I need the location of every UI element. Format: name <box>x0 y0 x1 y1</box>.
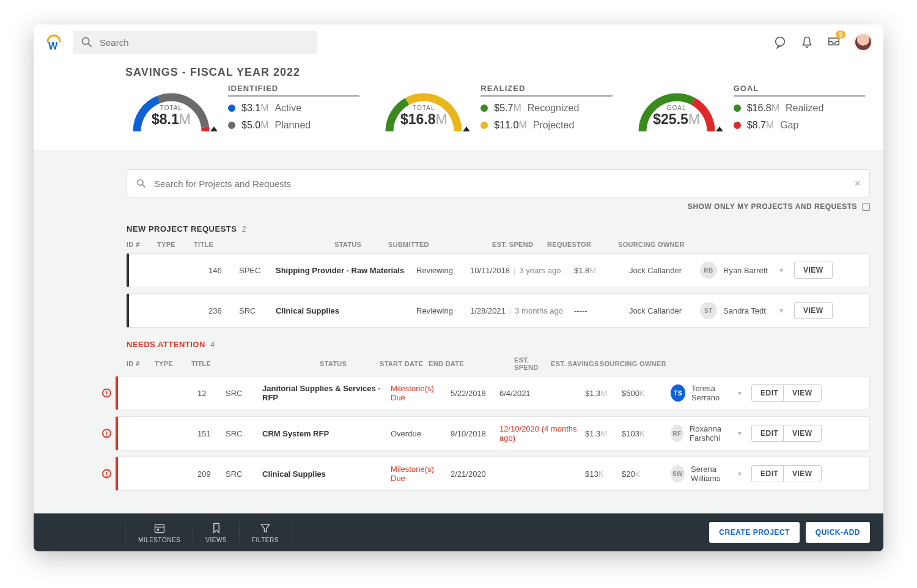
gauge-center-label: TOTAL <box>125 105 217 111</box>
svg-point-3 <box>776 37 785 46</box>
attention-header-row: ID # TYPE TITLE STATUS START DATE END DA… <box>116 356 870 376</box>
row-spend: $1.3M <box>585 429 622 438</box>
row-title: Clinical Supplies <box>276 306 416 315</box>
legend-label: Recognized <box>528 103 580 114</box>
show-only-my-projects-toggle[interactable]: SHOW ONLY MY PROJECTS AND REQUESTS <box>127 202 870 211</box>
row-title: CRM System RFP <box>262 429 391 438</box>
row-savings: $20K <box>622 469 671 479</box>
view-button[interactable]: VIEW <box>783 465 822 482</box>
row-savings: $500K <box>622 389 671 398</box>
checkbox-icon[interactable] <box>862 203 870 211</box>
global-search[interactable] <box>73 31 317 54</box>
avatar-chip: RF <box>671 425 683 442</box>
legend-label: Planned <box>274 120 311 131</box>
legend-label: Gap <box>780 120 798 131</box>
request-row[interactable]: 236 SRC Clinical Supplies Reviewing 1/28… <box>127 293 870 328</box>
row-end-date: 6/4/2021 <box>499 389 585 398</box>
view-button[interactable]: VIEW <box>783 425 822 442</box>
search-icon <box>136 178 147 189</box>
savings-gauges: TOTAL $8.1M IDENTIFIED $3.1M Active $5.0… <box>34 81 883 151</box>
row-spend: ----- <box>574 306 629 315</box>
svg-rect-11 <box>157 528 158 530</box>
gauge-center-value: $16.8M <box>378 111 470 128</box>
quick-add-button[interactable]: QUICK-ADD <box>806 522 870 543</box>
create-project-button[interactable]: CREATE PROJECT <box>709 522 799 543</box>
footer-tab-label: FILTERS <box>252 537 279 543</box>
gauge-legend: GOAL $16.8M Realized $8.7M Gap <box>734 81 865 137</box>
gauge-legend: IDENTIFIED $3.1M Active $5.0M Planned <box>228 81 359 137</box>
row-start-date: 9/10/2018 <box>451 429 499 438</box>
footer-bar: MILESTONES VIEWS FILTERS CREATE PROJECT … <box>34 513 883 551</box>
alert-icon: ! <box>102 429 111 438</box>
legend-value: $3.1M <box>241 103 268 114</box>
legend-label: Projected <box>533 120 575 131</box>
view-button[interactable]: VIEW <box>794 302 833 319</box>
global-search-input[interactable] <box>100 37 310 48</box>
chevron-down-icon[interactable]: ▾ <box>738 469 751 478</box>
row-owner: ST Sandra Tedt <box>700 302 779 319</box>
main-content: × SHOW ONLY MY PROJECTS AND REQUESTS NEW… <box>34 151 883 551</box>
view-button[interactable]: VIEW <box>783 384 822 402</box>
requests-header-row: ID # TYPE TITLE STATUS SUBMITTED EST. SP… <box>127 241 870 253</box>
edit-button[interactable]: EDIT <box>751 425 787 442</box>
workday-logo[interactable]: W <box>45 33 63 51</box>
chevron-down-icon[interactable]: ▾ <box>738 429 751 438</box>
row-title: Shipping Provider - Raw Materials <box>276 266 416 275</box>
edit-button[interactable]: EDIT <box>751 384 787 402</box>
gauge-chart: TOTAL $16.8M <box>378 81 470 139</box>
user-avatar[interactable] <box>854 33 872 51</box>
inbox-button[interactable]: 5 <box>827 34 841 50</box>
row-status: Overdue <box>391 429 451 438</box>
svg-text:W: W <box>48 41 58 51</box>
row-type: SRC <box>226 469 262 479</box>
gauge-center-value: $8.1M <box>125 111 217 128</box>
gauge-center-label: TOTAL <box>378 105 470 111</box>
page-title: SAVINGS - FISCAL YEAR 2022 <box>34 59 883 81</box>
chevron-down-icon[interactable]: ▾ <box>779 266 794 274</box>
project-search[interactable]: × <box>127 169 870 197</box>
row-type: SRC <box>226 389 262 398</box>
attention-row[interactable]: ! 209 SRC Clinical Supplies Milestone(s)… <box>116 457 870 491</box>
footer-tab-views[interactable]: VIEWS <box>193 522 240 543</box>
legend-value: $11.0M <box>494 120 526 131</box>
chevron-down-icon[interactable]: ▾ <box>738 389 751 397</box>
gauge-center-label: GOAL <box>631 105 723 111</box>
legend-dot-icon <box>734 122 741 129</box>
row-requestor: Jock Callander <box>629 306 700 315</box>
footer-tab-label: MILESTONES <box>138 537 180 543</box>
legend-dot-icon <box>481 122 488 129</box>
legend-title: GOAL <box>734 84 865 97</box>
gauge-legend: REALIZED $5.7M Recognized $11.0M Project… <box>481 81 612 137</box>
gauge-chart: TOTAL $8.1M <box>125 81 217 139</box>
clear-search-icon[interactable]: × <box>854 177 861 190</box>
request-row[interactable]: 146 SPEC Shipping Provider - Raw Materia… <box>127 253 870 287</box>
svg-line-8 <box>142 185 145 187</box>
row-spend: $1.8M <box>574 266 629 275</box>
footer-tab-milestones[interactable]: MILESTONES <box>125 522 193 543</box>
chat-icon[interactable] <box>773 35 787 49</box>
row-spend: $1.3M <box>585 389 622 398</box>
gauge-0: TOTAL $8.1M IDENTIFIED $3.1M Active $5.0… <box>125 81 359 139</box>
row-start-date: 2/21/2020 <box>451 469 499 479</box>
footer-tab-filters[interactable]: FILTERS <box>240 522 292 543</box>
bell-icon[interactable] <box>800 35 814 49</box>
svg-point-7 <box>138 180 143 185</box>
topbar-actions: 5 <box>773 33 872 51</box>
app-window: W 5 SAVINGS - FISCAL YEAR 2022 TOTAL $8.… <box>34 24 883 551</box>
attention-row[interactable]: ! 151 SRC CRM System RFP Overdue 9/10/20… <box>116 416 870 450</box>
view-button[interactable]: VIEW <box>794 262 833 279</box>
project-search-input[interactable] <box>154 178 847 189</box>
legend-value: $5.7M <box>494 103 521 114</box>
row-requestor: Jock Callander <box>629 266 700 275</box>
row-id: 146 <box>208 266 239 275</box>
edit-button[interactable]: EDIT <box>751 465 787 482</box>
avatar-chip: RB <box>700 262 717 279</box>
legend-row: $11.0M Projected <box>481 120 612 131</box>
needs-attention-count: 4 <box>210 340 215 349</box>
row-owner: RF Roxanna Farshchi <box>671 424 738 443</box>
attention-row[interactable]: ! 12 SRC Janitorial Supplies & Services … <box>116 376 870 410</box>
row-start-date: 5/22/2018 <box>451 389 499 398</box>
row-id: 236 <box>208 306 239 315</box>
chevron-down-icon[interactable]: ▾ <box>779 306 794 315</box>
svg-line-2 <box>89 44 92 47</box>
